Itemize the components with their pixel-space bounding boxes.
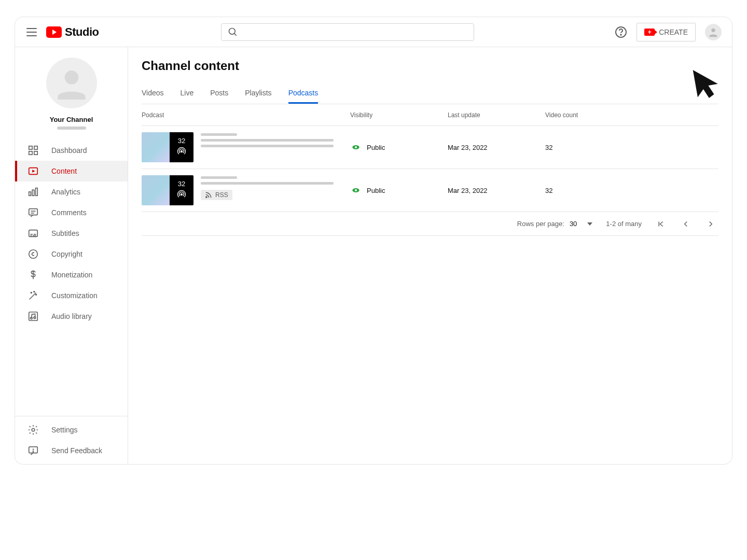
- audio-icon: [27, 311, 39, 322]
- sidebar: Your Channel DashboardContentAnalyticsCo…: [15, 47, 128, 464]
- sidebar-item-label: Subtitles: [51, 229, 79, 237]
- last-update-cell: Mar 23, 2022: [448, 187, 545, 194]
- monetization-icon: [27, 269, 39, 281]
- sidebar-item-send-feedback[interactable]: Send Feedback: [15, 440, 128, 461]
- channel-avatar[interactable]: [46, 58, 97, 108]
- svg-point-25: [36, 294, 37, 295]
- account-avatar[interactable]: [705, 24, 722, 40]
- last-update-cell: Mar 23, 2022: [448, 144, 545, 151]
- page-prev-button[interactable]: [680, 218, 691, 230]
- svg-rect-7: [34, 146, 37, 149]
- tab-podcasts[interactable]: Podcasts: [288, 83, 319, 104]
- visibility-cell[interactable]: Public: [350, 142, 448, 152]
- svg-rect-12: [32, 190, 34, 195]
- sidebar-item-monetization[interactable]: Monetization: [15, 264, 128, 285]
- analytics-icon: [27, 186, 39, 198]
- rss-chip: RSS: [201, 190, 232, 200]
- svg-point-22: [29, 250, 38, 259]
- table-row[interactable]: 32RSSPublicMar 23, 202232: [142, 169, 718, 212]
- sidebar-item-customization[interactable]: Customization: [15, 285, 128, 306]
- sidebar-item-dashboard[interactable]: Dashboard: [15, 140, 128, 161]
- sidebar-item-subtitles[interactable]: Subtitles: [15, 223, 128, 244]
- svg-rect-13: [36, 188, 38, 196]
- sidebar-item-analytics[interactable]: Analytics: [15, 181, 128, 202]
- rows-per-page-select[interactable]: Rows per page: 30: [517, 220, 593, 228]
- sidebar-item-label: Settings: [51, 426, 78, 434]
- content-icon: [27, 165, 39, 177]
- table-row[interactable]: 32PublicMar 23, 202232: [142, 126, 718, 169]
- svg-point-23: [31, 292, 32, 293]
- column-header: Podcast: [142, 111, 350, 119]
- page-title: Channel content: [142, 59, 718, 73]
- podcast-icon: [177, 147, 186, 158]
- create-label: CREATE: [659, 28, 688, 36]
- svg-point-36: [181, 193, 183, 195]
- subtitles-icon: [27, 228, 39, 239]
- help-icon[interactable]: [615, 26, 627, 38]
- column-header: Last update: [448, 111, 545, 119]
- search-box[interactable]: [221, 23, 474, 41]
- episode-count-badge: 32: [170, 132, 193, 162]
- title-placeholder: [201, 176, 237, 179]
- customization-icon: [27, 290, 39, 301]
- tab-videos[interactable]: Videos: [142, 83, 164, 104]
- svg-point-29: [32, 428, 35, 431]
- sidebar-item-label: Dashboard: [51, 146, 87, 155]
- podcast-thumbnail[interactable]: 32: [142, 132, 193, 162]
- comments-icon: [27, 207, 39, 218]
- svg-rect-6: [29, 146, 32, 149]
- studio-wordmark: Studio: [65, 25, 99, 39]
- episode-count: 32: [178, 137, 185, 145]
- tab-playlists[interactable]: Playlists: [245, 83, 271, 104]
- settings-icon: [27, 424, 39, 436]
- svg-rect-14: [29, 209, 38, 215]
- rss-label: RSS: [215, 191, 228, 199]
- channel-handle-placeholder: [57, 127, 86, 130]
- search-icon: [228, 27, 238, 37]
- description-placeholder: [201, 139, 334, 142]
- youtube-icon: [46, 26, 62, 38]
- svg-line-1: [234, 33, 237, 35]
- episode-count-badge: 32: [170, 175, 193, 205]
- hamburger-menu[interactable]: [25, 26, 38, 38]
- svg-point-3: [620, 34, 621, 35]
- podcast-icon: [177, 190, 186, 201]
- video-count-cell: 32: [545, 187, 718, 194]
- description-placeholder: [201, 145, 334, 147]
- sidebar-item-label: Analytics: [51, 188, 80, 196]
- sidebar-item-comments[interactable]: Comments: [15, 202, 128, 223]
- svg-point-0: [229, 28, 236, 34]
- cursor-icon: [691, 61, 724, 102]
- sidebar-item-label: Audio library: [51, 312, 92, 320]
- svg-point-33: [181, 150, 183, 152]
- sidebar-item-content[interactable]: Content: [15, 161, 128, 181]
- camera-icon: [644, 29, 655, 36]
- svg-point-28: [34, 317, 36, 319]
- title-placeholder: [201, 133, 237, 136]
- sidebar-item-label: Customization: [51, 291, 98, 300]
- pagination-range: 1-2 of many: [606, 220, 642, 228]
- create-button[interactable]: CREATE: [637, 23, 696, 41]
- description-placeholder: [201, 182, 334, 185]
- copyright-icon: [27, 248, 39, 260]
- tab-posts[interactable]: Posts: [210, 83, 228, 104]
- podcast-thumbnail[interactable]: 32: [142, 175, 193, 205]
- search-input[interactable]: [242, 28, 467, 36]
- tab-live[interactable]: Live: [181, 83, 194, 104]
- sidebar-item-copyright[interactable]: Copyright: [15, 244, 128, 264]
- svg-rect-8: [29, 151, 32, 155]
- sidebar-item-label: Copyright: [51, 250, 82, 258]
- episode-count: 32: [178, 180, 185, 188]
- caret-down-icon: [587, 222, 592, 226]
- feedback-icon: [27, 445, 39, 456]
- sidebar-item-settings[interactable]: Settings: [15, 419, 128, 440]
- studio-logo[interactable]: Studio: [46, 25, 99, 39]
- page-next-button[interactable]: [705, 218, 716, 230]
- sidebar-item-audio-library[interactable]: Audio library: [15, 306, 128, 327]
- visibility-cell[interactable]: Public: [350, 185, 448, 195]
- visibility-label: Public: [367, 144, 385, 151]
- sidebar-item-label: Send Feedback: [51, 446, 102, 455]
- page-first-button[interactable]: [655, 218, 667, 230]
- channel-name: Your Channel: [50, 116, 93, 123]
- svg-point-35: [355, 146, 357, 148]
